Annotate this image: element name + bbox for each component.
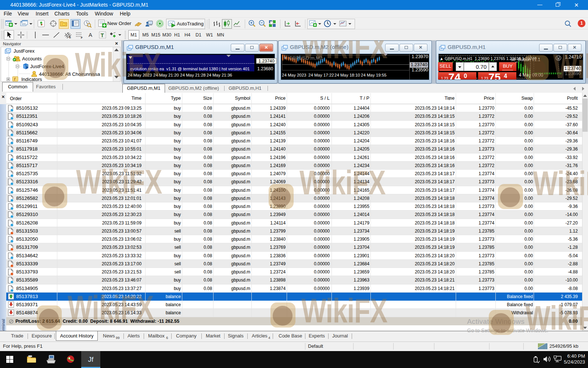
svg-text:T: T <box>101 32 104 38</box>
svg-text:F: F <box>81 36 83 39</box>
svg-text:E: E <box>69 36 71 39</box>
